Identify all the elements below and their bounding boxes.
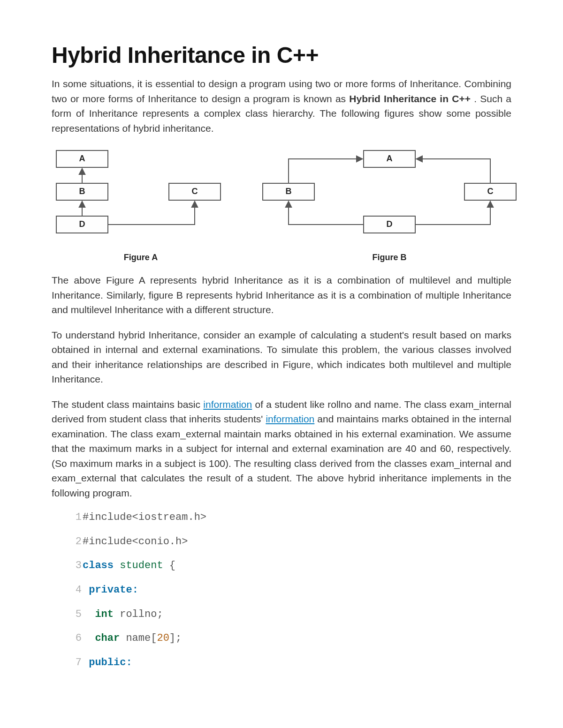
figB-label-B: B — [286, 187, 292, 196]
figure-b-caption: Figure B — [372, 253, 406, 263]
para-3: To understand hybrid Inheritance, consid… — [52, 328, 511, 387]
link-information-2[interactable]: information — [266, 413, 314, 424]
line-number: 4 — [70, 583, 82, 597]
code-token: #include<conio.h> — [83, 536, 188, 548]
line-number: 1 — [70, 510, 82, 525]
code-line: 6 char name[20]; — [70, 631, 511, 645]
code-token — [114, 560, 120, 571]
code-line: 1#include<iostream.h> — [70, 510, 511, 525]
code-content: #include<iostream.h> — [83, 510, 206, 525]
figA-label-C: C — [192, 187, 198, 196]
code-line: 4 private: — [70, 583, 511, 597]
figB-label-C: C — [487, 187, 494, 196]
code-content: char name[20]; — [83, 631, 182, 645]
code-token: { — [169, 560, 175, 571]
code-token: ; — [175, 632, 182, 644]
code-content: public: — [83, 656, 132, 670]
code-token — [83, 632, 95, 644]
link-information-1[interactable]: information — [203, 399, 252, 410]
code-content: class student { — [83, 559, 175, 573]
para-4: The student class maintains basic inform… — [52, 397, 511, 501]
code-token: char — [95, 632, 120, 644]
intro-bold-term: Hybrid Inheritance in C++ — [349, 93, 471, 104]
line-number: 7 — [70, 656, 82, 670]
code-token: : — [132, 584, 138, 596]
code-line: 2#include<conio.h> — [70, 535, 511, 549]
code-token: name — [126, 632, 151, 644]
code-token — [83, 584, 89, 596]
code-block: 1#include<iostream.h>2#include<conio.h>3… — [52, 510, 511, 670]
line-number: 6 — [70, 631, 82, 645]
figures-row: A B C D Figure A A B C — [52, 146, 511, 263]
page-title: Hybrid Inheritance in C++ — [52, 42, 511, 68]
figA-label-A: A — [79, 154, 85, 163]
code-token: ] — [169, 632, 175, 644]
code-token: int — [95, 608, 114, 620]
figB-label-A: A — [387, 154, 393, 163]
figA-label-B: B — [79, 187, 85, 196]
code-token: #include<iostream.h> — [83, 511, 206, 523]
intro-paragraph: In some situations, it is essential to d… — [52, 76, 511, 135]
code-token: class — [83, 560, 114, 571]
code-token: [ — [151, 632, 157, 644]
code-token: 20 — [157, 632, 169, 644]
para4-s1: The student class maintains basic — [52, 399, 203, 410]
code-line: 7 public: — [70, 656, 511, 670]
code-line: 5 int rollno; — [70, 608, 511, 622]
figure-b: A B C D Figure B — [258, 146, 521, 263]
code-token: private — [89, 584, 132, 596]
line-number: 3 — [70, 559, 82, 573]
para-2: The above Figure A represents hybrid Inh… — [52, 273, 511, 317]
code-token: : — [126, 657, 132, 668]
figB-label-D: D — [387, 219, 393, 229]
line-number: 2 — [70, 535, 82, 549]
code-token: rollno — [120, 608, 157, 620]
code-token — [83, 608, 95, 620]
diagram-b: A B C D — [258, 146, 521, 249]
code-token: ; — [157, 608, 163, 620]
code-token: public — [89, 657, 126, 668]
figure-a: A B C D Figure A — [52, 146, 230, 263]
code-content: private: — [83, 583, 138, 597]
para4-s3: and maintains marks obtained in the inte… — [52, 413, 511, 498]
code-token: student — [120, 560, 163, 571]
line-number: 5 — [70, 608, 82, 622]
code-content: int rollno; — [83, 608, 163, 622]
code-token — [163, 560, 169, 571]
code-token — [114, 608, 120, 620]
code-token — [83, 657, 89, 668]
code-token — [120, 632, 126, 644]
code-content: #include<conio.h> — [83, 535, 188, 549]
figA-label-D: D — [79, 219, 85, 229]
code-line: 3class student { — [70, 559, 511, 573]
figure-a-caption: Figure A — [124, 253, 158, 263]
diagram-a: A B C D — [52, 146, 230, 249]
